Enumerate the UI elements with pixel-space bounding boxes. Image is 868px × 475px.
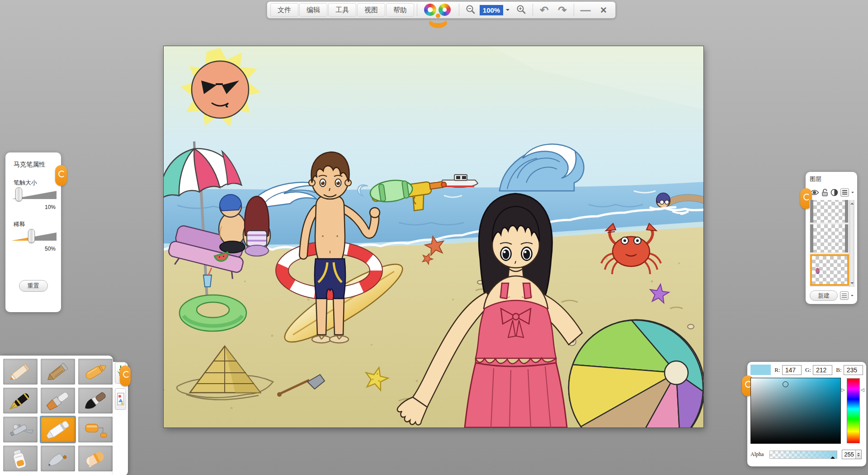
alpha-value: 255 (842, 451, 855, 458)
alpha-spinner[interactable] (855, 450, 861, 459)
toolbar-separator (574, 4, 574, 16)
marker-icon (43, 419, 72, 441)
brush-size-label: 笔触大小 (14, 179, 61, 187)
layer-scrollbar[interactable] (849, 200, 854, 287)
palette-handle-tab[interactable] (120, 366, 131, 386)
minimize-button[interactable]: — (576, 3, 594, 17)
zoom-in-button[interactable] (512, 3, 530, 17)
menu-view[interactable]: 视图 (357, 3, 385, 17)
tool-fountain-pen[interactable] (3, 388, 38, 413)
tool-palette-side-strip (113, 362, 128, 475)
tool-ink-brush[interactable] (78, 388, 113, 413)
menu-file[interactable]: 文件 (270, 3, 298, 17)
crayon-icon (81, 361, 110, 383)
hue-marker-left[interactable]: ▷ (841, 387, 845, 392)
menu-edit[interactable]: 编辑 (299, 3, 327, 17)
blue-value-field[interactable]: 235 (844, 365, 863, 375)
toolbar-separator (417, 4, 417, 16)
tool-paint-tube[interactable] (3, 446, 38, 471)
green-label: G: (805, 366, 811, 374)
tool-flat-brush[interactable] (41, 388, 75, 413)
dilution-value: 50% (5, 246, 56, 252)
toolbar-separator (459, 4, 459, 16)
layer-list (810, 200, 854, 287)
red-value-field[interactable]: 147 (782, 365, 802, 375)
paint-roller-icon (81, 419, 110, 441)
spinner-up-arrow[interactable] (857, 453, 860, 454)
zoom-dropdown-caret[interactable] (506, 9, 509, 13)
close-icon: ✕ (600, 6, 607, 14)
layer3-content (815, 267, 821, 273)
tool-eraser[interactable] (78, 446, 113, 471)
sv-selection-marker[interactable] (783, 381, 788, 387)
undo-button[interactable]: ↶ (535, 3, 553, 17)
opacity-half-circle-icon[interactable] (830, 189, 838, 196)
layer-options-button[interactable] (840, 291, 849, 300)
layer-options-caret[interactable] (851, 295, 854, 298)
redo-icon: ↷ (558, 5, 566, 15)
hue-marker-right[interactable]: ◁ (861, 387, 864, 392)
green-value-field[interactable]: 212 (813, 365, 832, 375)
layer-menu-button[interactable] (840, 188, 849, 197)
scroll-down-arrow[interactable] (850, 282, 854, 284)
color-picker-panel: R: 147 G: 212 B: 235 ▷ ◁ Alpha 255 (747, 362, 866, 466)
undo-icon: ↶ (540, 5, 548, 15)
tool-crayon[interactable] (78, 359, 113, 385)
reset-button[interactable]: 重置 (19, 280, 48, 292)
lock-icon[interactable] (821, 189, 828, 196)
beach-scene-artwork (164, 46, 703, 428)
zoom-out-button[interactable] (462, 3, 480, 17)
brush-size-slider[interactable] (12, 189, 57, 200)
zoom-level-field[interactable]: 100% (480, 5, 503, 15)
main-toolbar: 文件 编辑 工具 视图 帮助 100% ↶ ↷ — ✕ (267, 1, 616, 19)
brush-size-value: 10% (5, 204, 56, 210)
blue-label: B: (836, 366, 841, 374)
metal-pen-icon (43, 448, 72, 470)
layers-panel: 图层 新建 (806, 172, 857, 304)
scroll-up-arrow[interactable] (850, 203, 854, 204)
menu-help[interactable]: 帮助 (386, 3, 414, 17)
dilution-slider[interactable] (12, 230, 57, 242)
spinner-down-arrow[interactable] (857, 455, 860, 456)
airbrush-icon (6, 419, 35, 441)
layers-title: 图层 (810, 175, 854, 183)
alpha-value-field[interactable]: 255 (842, 450, 862, 459)
hue-bar[interactable] (847, 378, 860, 443)
close-button[interactable]: ✕ (594, 3, 613, 17)
red-label: R: (774, 366, 780, 374)
tool-metal-pen[interactable] (41, 446, 75, 471)
tool-paint-roller[interactable] (78, 417, 113, 442)
current-color-swatch[interactable] (750, 365, 771, 375)
saturation-value-box[interactable] (750, 378, 841, 444)
panel-handle-tab[interactable] (55, 165, 67, 186)
paint-tube-icon (6, 448, 35, 470)
marker-properties-panel: 马克笔属性 笔触大小 10% 稀释 50% 重置 (5, 152, 61, 312)
clown-left-eye-icon (424, 4, 436, 16)
alpha-slider[interactable] (769, 451, 837, 459)
stamp-picture-button[interactable] (115, 388, 126, 410)
magnifier-minus-icon (465, 5, 476, 15)
alpha-label: Alpha (750, 451, 769, 458)
boy-hand (370, 208, 380, 218)
layer-menu-caret[interactable] (851, 192, 854, 195)
tool-charcoal-pencil[interactable] (41, 359, 75, 385)
brush-size-slider-thumb[interactable] (15, 187, 22, 201)
tool-colored-pencil[interactable] (3, 359, 38, 385)
charcoal-pencil-icon (43, 361, 72, 383)
menu-tools[interactable]: 工具 (328, 3, 356, 17)
alpha-slider-marker[interactable] (830, 456, 835, 459)
brush-tool-palette (0, 356, 113, 475)
colored-pencil-icon (6, 361, 35, 383)
drawing-canvas[interactable] (164, 46, 703, 428)
new-layer-button[interactable]: 新建 (810, 290, 838, 301)
dilution-slider-thumb[interactable] (28, 229, 35, 243)
fountain-pen-icon (6, 390, 35, 412)
tool-airbrush[interactable] (3, 417, 38, 442)
tool-marker-selected[interactable] (41, 417, 75, 442)
clown-smile-icon (427, 18, 449, 28)
layer-thumbnail-3-selected[interactable] (810, 254, 849, 286)
redo-button[interactable]: ↷ (553, 3, 571, 17)
layer-thumbnail-1[interactable] (810, 200, 848, 223)
layer-thumbnail-2[interactable] (810, 224, 848, 252)
clown-mascot-logo[interactable] (423, 3, 453, 17)
